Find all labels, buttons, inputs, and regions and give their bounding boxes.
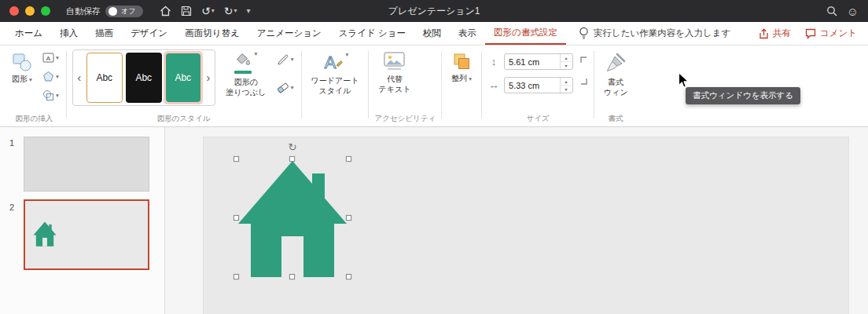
- search-icon[interactable]: [826, 5, 837, 16]
- selection-handle-bottom-left[interactable]: [234, 274, 239, 279]
- wordart-label-line2: スタイル: [311, 86, 359, 96]
- height-step-up-icon[interactable]: ▴: [561, 54, 572, 61]
- tab-slideshow[interactable]: スライド ショー: [330, 22, 414, 45]
- tab-draw[interactable]: 描画: [86, 22, 122, 45]
- width-stepper[interactable]: ▴ ▾: [560, 78, 572, 93]
- shape-height-field[interactable]: ▴ ▾: [504, 53, 573, 70]
- svg-text:A: A: [46, 55, 51, 62]
- redo-button[interactable]: ↻ ▾: [220, 4, 241, 18]
- group-label-shape-styles: 図形のスタイル: [72, 114, 296, 126]
- edit-shape-caret-icon: ▾: [56, 74, 59, 80]
- svg-text:A: A: [324, 53, 336, 72]
- feedback-smiley-icon[interactable]: ☺: [847, 5, 859, 17]
- selected-shape-container: ↻: [237, 159, 348, 277]
- slide-canvas[interactable]: ↻: [203, 137, 849, 314]
- shape-width-input[interactable]: [505, 78, 560, 93]
- comments-button[interactable]: コメント: [805, 27, 857, 39]
- ribbon-separator: [594, 51, 594, 119]
- shape-height-input[interactable]: [505, 54, 560, 69]
- toggle-knob-icon: [108, 7, 117, 16]
- selection-handle-middle-left[interactable]: [234, 215, 239, 221]
- customize-toolbar-button[interactable]: ▾: [243, 5, 255, 16]
- comment-icon: [805, 28, 816, 39]
- tab-view[interactable]: 表示: [450, 22, 485, 45]
- ribbon-separator: [481, 51, 482, 119]
- format-brush-icon: [605, 52, 627, 74]
- selection-handle-top-middle[interactable]: [289, 156, 295, 162]
- wordart-styles-button[interactable]: A ▾ ワードアート スタイル: [307, 49, 363, 98]
- tab-transitions[interactable]: 画面切り替え: [176, 22, 248, 45]
- tab-shape-format[interactable]: 図形の書式設定: [485, 22, 566, 45]
- group-label-format: 書式: [600, 114, 632, 126]
- selection-handle-top-right[interactable]: [346, 156, 351, 162]
- gallery-prev-button[interactable]: ‹: [74, 53, 85, 103]
- home-button[interactable]: [156, 4, 175, 18]
- merge-shapes-button[interactable]: ▾: [41, 89, 61, 102]
- save-button[interactable]: [177, 4, 196, 18]
- width-step-up-icon[interactable]: ▴: [561, 78, 572, 85]
- slide-1-number: 1: [9, 138, 14, 148]
- undo-button[interactable]: ↺ ▾: [197, 4, 219, 18]
- rotate-handle[interactable]: ↻: [289, 142, 297, 152]
- width-step-down-icon[interactable]: ▾: [561, 85, 572, 93]
- style-swatch-black[interactable]: Abc: [126, 53, 162, 103]
- window-controls: [9, 6, 50, 16]
- arrange-caret-icon: ▾: [469, 76, 472, 82]
- undo-caret-icon[interactable]: ▾: [211, 8, 215, 14]
- tab-design[interactable]: デザイン: [122, 22, 176, 45]
- ribbon-separator: [66, 51, 67, 119]
- slide-thumbnail-1[interactable]: [24, 137, 149, 192]
- tab-insert[interactable]: 挿入: [51, 22, 86, 45]
- shape-outline-button[interactable]: ▾: [275, 53, 296, 67]
- minimize-window-button[interactable]: [25, 6, 35, 16]
- share-button[interactable]: 共有: [759, 27, 791, 39]
- selection-handle-bottom-middle[interactable]: [289, 274, 295, 279]
- slide-2-number: 2: [9, 203, 14, 212]
- alt-text-button[interactable]: 代替 テキスト: [374, 49, 414, 97]
- insert-shape-caret-icon: ▾: [29, 77, 32, 83]
- group-shape-styles: ‹ Abc Abc Abc › ▾ 図形の 塗りつぶし: [72, 49, 296, 126]
- shape-outline-caret-icon: ▾: [291, 57, 294, 63]
- selection-handle-bottom-right[interactable]: [346, 274, 351, 279]
- tab-animations[interactable]: アニメーション: [248, 22, 330, 45]
- home-icon: [160, 5, 171, 16]
- paint-bucket-icon: [234, 51, 252, 67]
- gallery-next-button[interactable]: ›: [203, 53, 214, 103]
- style-swatch-teal-selected[interactable]: Abc: [166, 53, 200, 102]
- selection-handle-top-left[interactable]: [234, 156, 239, 162]
- shape-effects-button[interactable]: ▾: [275, 81, 296, 95]
- fill-color-bar: [234, 71, 252, 74]
- redo-caret-icon[interactable]: ▾: [234, 8, 237, 14]
- shape-fill-caret-icon: ▾: [254, 51, 257, 57]
- edit-shape-icon: [42, 71, 54, 82]
- shape-width-field[interactable]: ▴ ▾: [504, 77, 573, 93]
- format-pane-button[interactable]: 書式 ウィン: [600, 49, 632, 100]
- share-label: 共有: [773, 27, 791, 39]
- edit-shape-button[interactable]: ▾: [41, 70, 61, 83]
- slide-thumbnail-2-selected[interactable]: [24, 199, 149, 270]
- style-swatch-outline[interactable]: Abc: [86, 53, 123, 103]
- tab-review[interactable]: 校閲: [414, 22, 450, 45]
- tell-me-box[interactable]: 実行したい作業内容を入力します: [579, 27, 730, 40]
- undo-icon: ↺: [201, 5, 211, 16]
- insert-shape-button[interactable]: 図形 ▾: [8, 49, 36, 87]
- corner-bracket-top-icon[interactable]: [579, 56, 588, 64]
- height-stepper[interactable]: ▴ ▾: [560, 54, 572, 69]
- shape-fill-label-line1: 図形の: [226, 77, 266, 87]
- shape-height-icon: ↕: [487, 56, 500, 68]
- textbox-caret-icon: ▾: [56, 55, 59, 61]
- shapes-icon: [12, 52, 32, 72]
- shape-fill-button[interactable]: ▾ 図形の 塗りつぶし: [222, 49, 270, 97]
- autosave-toggle[interactable]: オフ: [105, 5, 143, 17]
- draw-textbox-button[interactable]: A ▾: [41, 51, 61, 64]
- arrange-button[interactable]: 整列 ▾: [447, 49, 476, 86]
- selection-handle-middle-right[interactable]: [346, 215, 351, 221]
- close-window-button[interactable]: [9, 6, 19, 16]
- house-shape[interactable]: [237, 159, 348, 277]
- arrange-icon: [452, 52, 472, 71]
- height-step-down-icon[interactable]: ▾: [561, 61, 572, 69]
- eraser-icon: [277, 82, 289, 94]
- tab-home[interactable]: ホーム: [6, 22, 51, 45]
- corner-bracket-bottom-icon[interactable]: [579, 77, 588, 86]
- zoom-window-button[interactable]: [41, 6, 50, 16]
